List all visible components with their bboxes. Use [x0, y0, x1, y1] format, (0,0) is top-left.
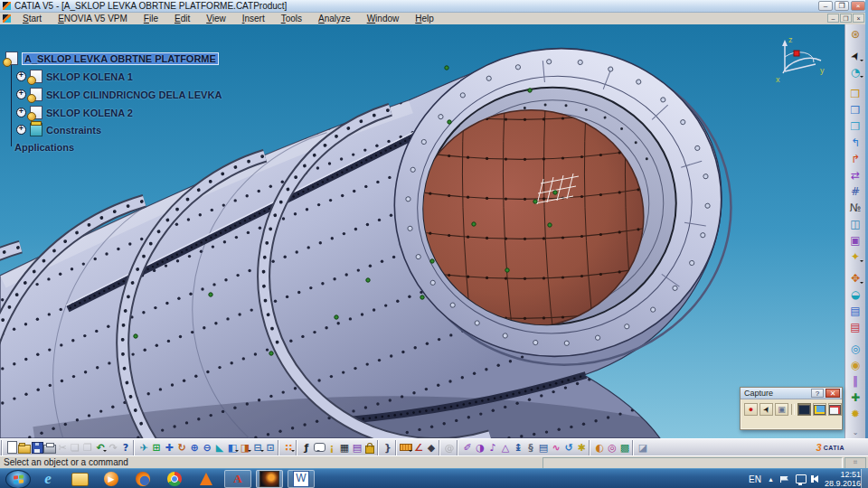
taskbar-autocad[interactable]: A	[224, 470, 251, 488]
update-all-icon[interactable]: @	[443, 440, 456, 455]
menu-analyze[interactable]: Analyze	[310, 13, 359, 24]
taskbar-word[interactable]: W	[288, 470, 315, 488]
fly-mode-icon[interactable]: ✈	[137, 440, 150, 455]
zoom-out-icon[interactable]: ⊖	[201, 440, 213, 455]
split-view-icon[interactable]: ⊡	[264, 440, 277, 455]
fast-multi-instantiation-icon[interactable]: ✦	[847, 249, 863, 265]
manage-representations-icon[interactable]: ▣	[847, 232, 863, 249]
product-node-icon[interactable]	[30, 106, 42, 119]
zoom-in-icon[interactable]: ⊕	[188, 440, 201, 455]
annotations-icon[interactable]: ▤	[537, 440, 550, 455]
product-node-icon[interactable]	[5, 52, 18, 65]
new-part-icon[interactable]: ❒	[847, 118, 863, 135]
normal-view-icon[interactable]: ◣	[213, 440, 226, 455]
cut-icon[interactable]: ✂	[56, 440, 69, 455]
menu-file[interactable]: File	[136, 13, 166, 24]
explode-icon[interactable]: △	[499, 440, 512, 455]
minimize-button[interactable]: –	[818, 1, 833, 11]
tree-item-label[interactable]: Applications	[14, 142, 74, 153]
lock-icon[interactable]	[363, 440, 376, 455]
menu-edit[interactable]: Edit	[166, 13, 198, 24]
document-menu-icon[interactable]	[3, 14, 11, 23]
taskbar-chrome[interactable]	[161, 470, 188, 488]
taskbar-internet-explorer[interactable]: e	[34, 470, 61, 488]
capture-vector-capture-button[interactable]	[828, 403, 842, 416]
taskbar-vlc[interactable]	[193, 470, 220, 488]
restore-button[interactable]: ❐	[835, 1, 849, 11]
existing-component-positioned-icon[interactable]: ↱	[847, 151, 863, 167]
capture-pixel-capture-button[interactable]	[797, 403, 811, 416]
menu-window[interactable]: Window	[359, 13, 408, 24]
workbench-back-icon[interactable]: ◪	[637, 440, 649, 455]
fix-constraint-icon[interactable]: ✚	[847, 389, 863, 406]
sectioning-icon[interactable]: §	[524, 440, 537, 455]
view-compass[interactable]: xyz	[772, 33, 828, 88]
child-restore[interactable]: ❐	[840, 14, 852, 23]
manipulation-tool-icon[interactable]: ✐	[461, 440, 474, 455]
select-icon[interactable]: ➤	[847, 48, 863, 64]
relations-icon[interactable]: ▤	[351, 440, 363, 455]
taskbar-windows-explorer[interactable]	[66, 470, 93, 488]
language-indicator[interactable]: EN	[749, 474, 761, 484]
tree-item-label[interactable]: SKLOP KOLENA 2	[46, 108, 133, 118]
offset-constraint-icon[interactable]: ‖	[847, 373, 863, 389]
tree-item-label[interactable]: A_SKLOP LEVKA OBRTNE PLATFORME	[22, 52, 219, 65]
3d-viewport[interactable]: xyz A_SKLOP LEVKA OBRTNE PLATFORME+SKLOP…	[0, 24, 844, 438]
tree-expander-icon[interactable]: +	[16, 125, 26, 135]
assembly-workbench-icon[interactable]: ⊛	[847, 26, 863, 42]
formula-icon[interactable]: ƒ	[300, 440, 313, 455]
undo-icon[interactable]: ↶	[94, 440, 107, 455]
print-icon[interactable]	[43, 440, 56, 455]
design-table-icon[interactable]: ▦	[338, 440, 351, 455]
snap-icon[interactable]: ◔	[847, 64, 863, 80]
taskbar-firefox[interactable]	[129, 470, 156, 488]
hidden-icons-button[interactable]: ▲	[768, 476, 774, 483]
start-button[interactable]	[5, 470, 31, 488]
coincidence-constraint-icon[interactable]: ◎	[847, 341, 863, 357]
rotate-icon[interactable]: ↻	[175, 440, 188, 455]
quick-view-icon[interactable]: ⊟	[251, 440, 264, 455]
tree-item-label[interactable]: SKLOP CILINDRICNOG DELA LEVKA	[46, 89, 222, 100]
capture-help-button[interactable]: ?	[811, 389, 824, 398]
photo-studio-icon[interactable]: ◎	[606, 440, 618, 455]
clock[interactable]: 12:51 28.9.2016	[825, 470, 861, 488]
capture-record-button[interactable]: ●	[744, 403, 758, 416]
generate-numbering-icon[interactable]: №	[847, 200, 863, 216]
measure-item-icon[interactable]: ∠	[412, 440, 425, 455]
pan-icon[interactable]: ✚	[163, 440, 175, 455]
product-node-icon[interactable]	[30, 88, 42, 101]
comment-icon[interactable]	[313, 440, 326, 455]
catalog-browser-icon[interactable]: ◐	[593, 440, 606, 455]
taskbar-media-player[interactable]: ▶	[98, 470, 125, 488]
new-component-icon[interactable]: ❒	[847, 86, 863, 102]
close-button[interactable]: ×	[851, 1, 865, 11]
bom-list-icon[interactable]: ▤	[847, 303, 863, 319]
menu-enovia-v5-vpm[interactable]: ENOVIA V5 VPM	[50, 13, 136, 24]
open-icon[interactable]	[18, 440, 31, 455]
product-node-icon[interactable]	[30, 70, 42, 83]
whats-this-icon[interactable]: ?	[119, 440, 132, 455]
menu-tools[interactable]: Tools	[273, 13, 310, 24]
tree-expander-icon[interactable]: +	[16, 108, 26, 117]
measure-between-icon[interactable]	[400, 440, 412, 455]
tree-item-label[interactable]: SKLOP KOLENA 1	[46, 71, 133, 82]
mass-properties-icon[interactable]: ◆	[425, 440, 438, 455]
smart-move-icon[interactable]: ✹	[847, 406, 863, 422]
new-product-icon[interactable]: ❒	[847, 102, 863, 118]
fit-all-in-icon[interactable]: ⊞	[150, 440, 163, 455]
tree-item-label[interactable]: Constraints	[46, 125, 101, 136]
manipulation-icon[interactable]: ✥	[847, 270, 863, 286]
copy-icon[interactable]: ❏	[69, 440, 81, 455]
existing-component-icon[interactable]: ↰	[847, 135, 863, 151]
selective-load-icon[interactable]: ◫	[847, 216, 863, 232]
menu-help[interactable]: Help	[407, 13, 442, 24]
tree-expander-icon[interactable]: +	[16, 89, 26, 99]
rendering-icon[interactable]: ▩	[618, 440, 631, 455]
paste-icon[interactable]: ❐	[81, 440, 94, 455]
child-minimize[interactable]: –	[827, 14, 839, 23]
constraints-icon[interactable]	[30, 123, 42, 136]
show-desktop-button[interactable]	[861, 469, 868, 488]
menu-start[interactable]: Start	[14, 13, 50, 24]
bom-recursive-icon[interactable]: ▤	[847, 319, 863, 335]
iso-view-icon[interactable]: ◧	[226, 440, 239, 455]
